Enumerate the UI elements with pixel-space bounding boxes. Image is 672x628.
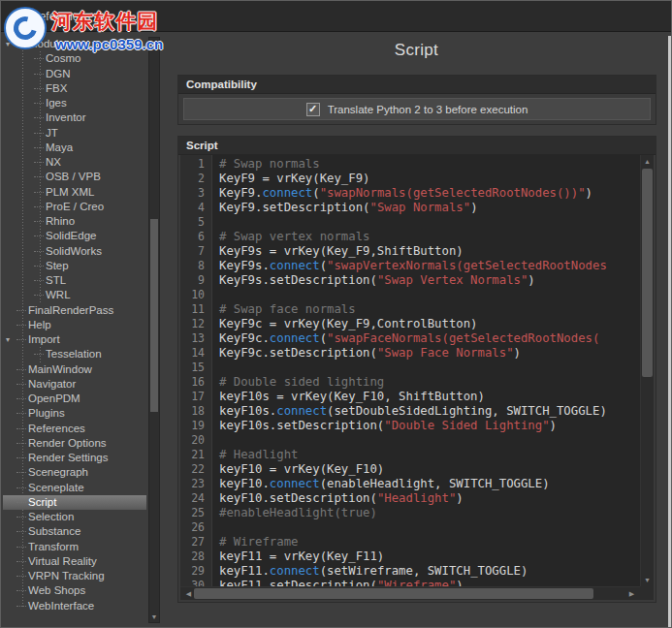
sidebar-item-tesselation[interactable]: Tesselation [3, 347, 146, 361]
screen-edge-strip [668, 36, 671, 627]
code-line: # Swap face normals [219, 302, 640, 317]
script-group-header: Script [178, 137, 656, 155]
sidebar-item-osb-vpb[interactable]: OSB / VPB [3, 170, 146, 184]
line-number: 2 [180, 172, 211, 186]
sidebar-item-virtual-reality[interactable]: Virtual Reality [3, 554, 146, 569]
sidebar-item-label: OpenPDM [28, 392, 80, 404]
sidebar-item-render-options[interactable]: Render Options [3, 436, 146, 451]
sidebar-item-label: DGN [46, 68, 71, 79]
code-line: keyF11.connect(setWireframe, SWITCH_TOGG… [219, 564, 640, 579]
editor-horizontal-scrollbar[interactable]: ◀ ▶ [180, 586, 640, 600]
sidebar-item-scenegraph[interactable]: Scenegraph [3, 465, 146, 480]
sidebar-item-substance[interactable]: Substance [3, 524, 146, 539]
line-number: 8 [180, 259, 211, 273]
sidebar-item-sceneplate[interactable]: Sceneplate [3, 481, 146, 495]
sidebar-item-iges[interactable]: Iges [3, 96, 146, 110]
sidebar-scrollbar[interactable]: ▲ ▼ [148, 37, 160, 623]
sidebar-item-nx[interactable]: NX [3, 155, 146, 170]
sidebar-item-help[interactable]: Help [3, 318, 146, 332]
sidebar-item-jt[interactable]: JT [3, 126, 146, 141]
watermark-logo-swirl-icon [10, 13, 42, 45]
line-number: 17 [180, 390, 211, 404]
sidebar-item-transform[interactable]: Transform [3, 540, 146, 554]
sidebar-item-label: Step [46, 260, 69, 271]
sidebar-item-webinterface[interactable]: WebInterface [3, 599, 146, 612]
code-line: keyF10s = vrKey(Key_F10, ShiftButton) [219, 390, 640, 404]
code-line [219, 361, 640, 375]
sidebar-item-wrl[interactable]: WRL [3, 288, 146, 302]
sidebar-item-label: Script [28, 496, 56, 508]
sidebar-item-label: PLM XML [46, 186, 95, 198]
compatibility-group-header: Compatibility [178, 76, 656, 94]
translate-python-row[interactable]: ✓ Translate Python 2 to 3 before executi… [183, 98, 651, 120]
code-line [219, 288, 640, 302]
tree-expander-icon[interactable]: ▾ [6, 332, 10, 347]
sidebar-item-plm-xml[interactable]: PLM XML [3, 185, 146, 200]
line-number: 5 [180, 215, 211, 230]
code-line: # Wireframe [219, 535, 640, 550]
code-line [219, 433, 640, 448]
sidebar-item-label: NX [46, 156, 61, 168]
sidebar-item-solidworks[interactable]: SolidWorks [3, 244, 146, 259]
sidebar-item-step[interactable]: Step [3, 259, 146, 273]
code-line: KeyF9s.connect("swapVertexNormals(getSel… [219, 259, 640, 273]
sidebar-item-plugins[interactable]: Plugins [3, 406, 146, 421]
script-editor: 1234567891011121314151617181920212223242… [180, 155, 654, 600]
sidebar-item-label: Navigator [28, 378, 76, 390]
sidebar-item-render-settings[interactable]: Render Settings [3, 451, 146, 465]
sidebar-item-inventor[interactable]: Inventor [3, 110, 146, 125]
sidebar-item-label: JT [46, 127, 58, 139]
sidebar-item-web-shops[interactable]: Web Shops [3, 583, 146, 598]
editor-vertical-scrollbar[interactable]: ▲ ▼ [640, 155, 654, 586]
scroll-right-icon[interactable]: ▶ [625, 587, 638, 600]
line-number: 11 [180, 302, 211, 317]
horizontal-scrollbar-thumb[interactable] [194, 588, 593, 599]
code-line: # Headlight [219, 448, 640, 462]
scroll-up-icon[interactable]: ▲ [641, 155, 654, 168]
sidebar-item-dgn[interactable]: DGN [3, 67, 146, 81]
sidebar-item-finalrenderpass[interactable]: FinalRenderPass [3, 303, 146, 318]
sidebar-item-mainwindow[interactable]: MainWindow [3, 362, 146, 377]
code-line: KeyF9s.setDescription("Swap Vertex Norma… [219, 273, 640, 288]
sidebar-item-label: OSB / VPB [46, 171, 101, 182]
line-number: 16 [180, 375, 211, 390]
sidebar-item-stl[interactable]: STL [3, 273, 146, 288]
code-line: keyF10.connect(enableHeadlight, SWITCH_T… [219, 477, 640, 491]
line-number: 29 [180, 564, 211, 579]
line-number: 28 [180, 550, 211, 564]
line-number: 26 [180, 520, 211, 535]
sidebar-item-navigator[interactable]: Navigator [3, 377, 146, 392]
sidebar-item-rhino[interactable]: Rhino [3, 214, 146, 229]
line-number: 27 [180, 535, 211, 550]
sidebar-item-label: Render Options [28, 437, 107, 449]
sidebar-item-references[interactable]: References [3, 422, 146, 436]
sidebar-item-selection[interactable]: Selection [3, 510, 146, 524]
sidebar-item-fbx[interactable]: FBX [3, 81, 146, 96]
sidebar-item-script[interactable]: Script [3, 495, 146, 510]
scroll-down-icon[interactable]: ▼ [641, 574, 654, 586]
sidebar-item-proe-creo[interactable]: ProE / Creo [3, 200, 146, 214]
line-number: 1 [180, 157, 211, 172]
sidebar-item-import[interactable]: ▾Import [3, 332, 146, 347]
sidebar-item-openpdm[interactable]: OpenPDM [3, 392, 146, 406]
sidebar-item-vrpn-tracking[interactable]: VRPN Tracking [3, 569, 146, 583]
sidebar-item-solidedge[interactable]: SolidEdge [3, 229, 146, 243]
sidebar-item-cosmo[interactable]: Cosmo [3, 51, 146, 66]
code-line: # Double sided lighting [219, 375, 640, 390]
line-number: 20 [180, 433, 211, 448]
code-line: KeyF9.connect("swapNormals(getSelectedRo… [219, 186, 640, 201]
code-area[interactable]: # Swap normalsKeyF9 = vrKey(Key_F9)KeyF9… [213, 155, 640, 586]
sidebar-item-label: SolidEdge [46, 230, 96, 241]
vertical-scrollbar-thumb[interactable] [642, 169, 653, 377]
line-number: 10 [180, 288, 211, 302]
main-panel: Script Compatibility ✓ Translate Python … [176, 33, 657, 627]
sidebar-item-label: WebInterface [28, 600, 94, 612]
line-number: 3 [180, 186, 211, 201]
scroll-down-icon[interactable]: ▼ [149, 612, 159, 622]
translate-python-checkbox[interactable]: ✓ [306, 103, 320, 116]
sidebar-item-label: Selection [28, 511, 74, 522]
sidebar-item-maya[interactable]: Maya [3, 141, 146, 155]
sidebar-scrollbar-thumb[interactable] [150, 219, 158, 412]
code-line: keyF10s.connect(setDoubleSidedLighting, … [219, 404, 640, 419]
sidebar-item-label: Substance [28, 525, 80, 537]
